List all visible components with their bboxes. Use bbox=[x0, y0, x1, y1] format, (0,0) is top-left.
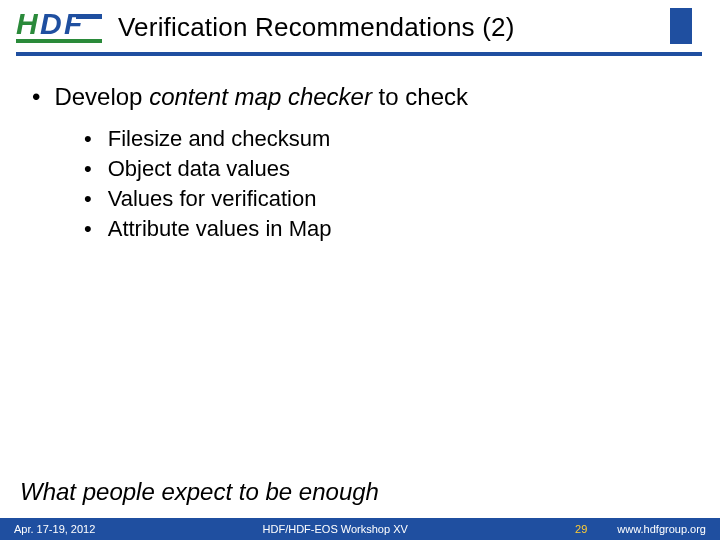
sub-bullet-text: Attribute values in Map bbox=[108, 216, 332, 242]
bullet-dot-icon: • bbox=[84, 188, 92, 210]
title-underline bbox=[16, 52, 702, 56]
svg-rect-3 bbox=[76, 14, 102, 19]
bullet-level2: • Values for verification bbox=[84, 186, 692, 212]
footer-page-number: 29 bbox=[575, 523, 587, 535]
bullet-level2: • Object data values bbox=[84, 156, 692, 182]
bullet-dot-icon: • bbox=[84, 158, 92, 180]
sub-bullet-text: Object data values bbox=[108, 156, 290, 182]
lead-emphasis: content map checker bbox=[149, 83, 372, 110]
bullet-dot-icon: • bbox=[84, 128, 92, 150]
lead-post: to check bbox=[372, 83, 468, 110]
bullet-level2: • Filesize and checksum bbox=[84, 126, 692, 152]
sub-bullet-text: Values for verification bbox=[108, 186, 317, 212]
slide: H D F Verification Recommendations (2) •… bbox=[0, 0, 720, 540]
bullet-dot-icon: • bbox=[84, 218, 92, 240]
footer-date: Apr. 17-19, 2012 bbox=[14, 523, 95, 535]
title-decoration bbox=[670, 8, 692, 44]
footer-center: HDF/HDF-EOS Workshop XV bbox=[95, 523, 575, 535]
svg-text:D: D bbox=[40, 7, 62, 40]
slide-title: Verification Recommendations (2) bbox=[118, 12, 515, 43]
sub-bullet-list: • Filesize and checksum • Object data va… bbox=[84, 126, 692, 242]
slide-body: • Develop content map checker to check •… bbox=[32, 82, 692, 246]
bullet-level2: • Attribute values in Map bbox=[84, 216, 692, 242]
svg-text:F: F bbox=[64, 7, 83, 40]
svg-text:H: H bbox=[16, 7, 39, 40]
hdf-logo: H D F bbox=[16, 6, 104, 50]
closing-remark: What people expect to be enough bbox=[20, 478, 379, 506]
bullet-dot-icon: • bbox=[32, 85, 40, 109]
bullet-level1: • Develop content map checker to check bbox=[32, 82, 692, 112]
sub-bullet-text: Filesize and checksum bbox=[108, 126, 331, 152]
bullet-text: Develop content map checker to check bbox=[54, 82, 468, 112]
footer-url: www.hdfgroup.org bbox=[617, 523, 706, 535]
slide-header: H D F Verification Recommendations (2) bbox=[0, 0, 720, 62]
lead-pre: Develop bbox=[54, 83, 149, 110]
slide-footer: Apr. 17-19, 2012 HDF/HDF-EOS Workshop XV… bbox=[0, 518, 720, 540]
svg-rect-4 bbox=[16, 39, 102, 43]
